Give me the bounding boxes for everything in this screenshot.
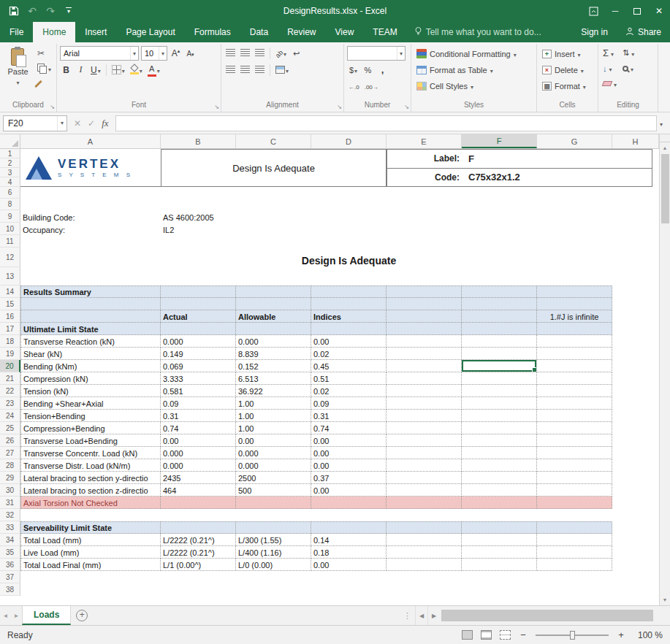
column-header-C[interactable]: C	[236, 134, 311, 148]
hscroll-left-icon[interactable]: ◀	[415, 606, 427, 625]
cell-E32[interactable]	[387, 509, 462, 521]
autosum-button[interactable]	[601, 46, 618, 60]
share-button[interactable]: Share	[617, 22, 670, 42]
cell-A36[interactable]: Total Load Final (mm)	[20, 559, 161, 571]
cell-A24[interactable]: Tension+Bending	[20, 410, 161, 422]
cell-D24[interactable]: 0.31	[311, 410, 387, 422]
zoom-percentage[interactable]: 100 %	[633, 630, 663, 640]
tab-view[interactable]: View	[326, 22, 364, 42]
fill-button[interactable]	[601, 61, 618, 75]
page-break-view-icon[interactable]	[500, 630, 511, 640]
row-header-14[interactable]: 14	[0, 285, 20, 298]
column-header-B[interactable]: B	[161, 134, 236, 148]
cell-E29[interactable]	[387, 472, 462, 484]
horizontal-scrollbar[interactable]	[440, 606, 659, 625]
redo-icon[interactable]: ↷	[42, 3, 58, 19]
cell-C6[interactable]	[236, 187, 311, 199]
cell-C22[interactable]: 36.922	[236, 385, 311, 397]
cell-D28[interactable]: 0.00	[311, 459, 387, 472]
cell-D6[interactable]	[311, 187, 387, 199]
middle-align-button[interactable]	[239, 46, 251, 60]
cell-E27[interactable]	[387, 447, 462, 459]
cell-D30[interactable]: 0.00	[311, 484, 387, 497]
cell-C23[interactable]: 1.00	[236, 397, 311, 410]
cut-button[interactable]	[35, 46, 53, 60]
row-header-17[interactable]: 17	[0, 323, 20, 335]
row-header-9[interactable]: 9	[0, 210, 20, 223]
tab-page-layout[interactable]: Page Layout	[116, 22, 184, 42]
row-header-34[interactable]: 34	[0, 534, 20, 546]
name-box[interactable]: F20	[3, 115, 67, 131]
cell-H16[interactable]	[612, 310, 659, 323]
cell-G34[interactable]	[537, 534, 612, 546]
row-header-35[interactable]: 35	[0, 546, 20, 559]
cell-B28[interactable]: 0.000	[161, 459, 236, 472]
cell-D19[interactable]: 0.02	[311, 348, 387, 360]
sort-filter-button[interactable]	[621, 46, 636, 60]
align-center-button[interactable]	[239, 63, 251, 77]
cell-A37[interactable]	[20, 571, 161, 583]
font-size-combo[interactable]: 10	[141, 46, 167, 61]
cell-G32[interactable]	[537, 509, 612, 521]
bold-button[interactable]	[60, 63, 72, 77]
cell-D16[interactable]: Indices	[311, 310, 387, 323]
cell-H23[interactable]	[612, 397, 659, 410]
cell-D9[interactable]	[311, 210, 387, 223]
row-header-32[interactable]: 32	[0, 509, 20, 521]
cell-E33[interactable]	[387, 521, 462, 534]
cell-D37[interactable]	[311, 571, 387, 583]
increase-decimal-button[interactable]	[347, 79, 361, 93]
cell-B19[interactable]: 0.149	[161, 348, 236, 360]
cell-D11[interactable]	[311, 235, 387, 248]
cell-F35[interactable]	[462, 546, 537, 559]
cell-E31[interactable]	[387, 497, 462, 509]
cell-G26[interactable]	[537, 434, 612, 447]
cell-E26[interactable]	[387, 434, 462, 447]
cell-D8[interactable]	[311, 199, 387, 210]
cell-G22[interactable]	[537, 385, 612, 397]
row-header-31[interactable]: 31	[0, 497, 20, 509]
cell-D13[interactable]	[311, 267, 387, 285]
cell-H35[interactable]	[612, 546, 659, 559]
cell-H14[interactable]	[612, 285, 659, 298]
format-painter-button[interactable]	[35, 77, 53, 91]
cell-D17[interactable]	[311, 323, 387, 335]
cell-A38[interactable]	[20, 583, 161, 596]
cell-A30[interactable]: Lateral bracing to section z-directio	[20, 484, 161, 497]
fill-color-button[interactable]	[129, 63, 144, 77]
cell-F32[interactable]	[462, 509, 537, 521]
formula-input[interactable]	[115, 115, 657, 131]
cell-F34[interactable]	[462, 534, 537, 546]
cell-D21[interactable]: 0.51	[311, 372, 387, 385]
font-color-button[interactable]	[146, 63, 161, 77]
cell-H17[interactable]	[612, 323, 659, 335]
accounting-format-button[interactable]	[347, 63, 359, 77]
cell-A8[interactable]	[20, 199, 161, 210]
cell-G20[interactable]	[537, 360, 612, 372]
find-select-button[interactable]	[621, 61, 636, 75]
cell-F28[interactable]	[462, 459, 537, 472]
font-dialog-launcher-icon[interactable]: ↘	[214, 104, 219, 110]
cell-D27[interactable]: 0.00	[311, 447, 387, 459]
cell-H13[interactable]	[612, 267, 659, 285]
cell-G31[interactable]	[537, 497, 612, 509]
tab-insert[interactable]: Insert	[75, 22, 116, 42]
copy-button[interactable]	[35, 61, 53, 75]
row-header-29[interactable]: 29	[0, 472, 20, 484]
cell-G23[interactable]	[537, 397, 612, 410]
cell-C24[interactable]: 1.00	[236, 410, 311, 422]
cell-H31[interactable]	[612, 497, 659, 509]
cell-C30[interactable]: 500	[236, 484, 311, 497]
number-format-dropdown-icon[interactable]	[397, 47, 405, 60]
cell-D32[interactable]	[311, 509, 387, 521]
tell-me-box[interactable]: Tell me what you want to do...	[407, 22, 549, 42]
cell-E21[interactable]	[387, 372, 462, 385]
column-header-E[interactable]: E	[387, 134, 462, 148]
decrease-font-size-button[interactable]	[184, 47, 197, 61]
cell-H10[interactable]	[612, 223, 659, 235]
cell-B23[interactable]: 0.09	[161, 397, 236, 410]
cell-B21[interactable]: 3.333	[161, 372, 236, 385]
number-format-combo[interactable]	[347, 46, 406, 61]
cell-B20[interactable]: 0.069	[161, 360, 236, 372]
cell-A35[interactable]: Live Load (mm)	[20, 546, 161, 559]
